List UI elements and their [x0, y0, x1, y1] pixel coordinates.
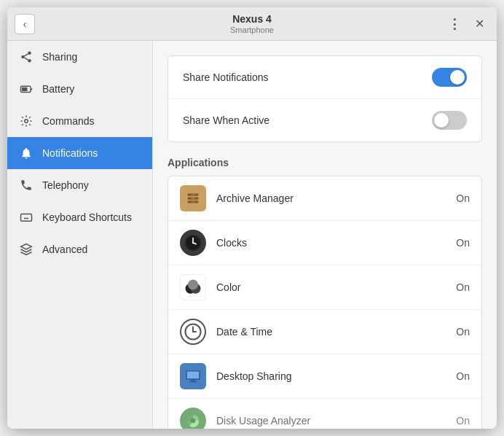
table-row: Clocks On [168, 221, 481, 265]
share-when-active-row: Share When Active [168, 99, 481, 141]
date-time-icon [180, 319, 206, 345]
table-row: Archive Manager On [168, 176, 481, 221]
color-name: Color [216, 281, 446, 293]
desktop-sharing-name: Desktop Sharing [216, 370, 446, 382]
sidebar-label-notifications: Notifications [42, 147, 98, 159]
sidebar-label-keyboard-shortcuts: Keyboard Shortcuts [42, 211, 132, 223]
svg-point-32 [191, 419, 196, 424]
svg-rect-30 [189, 381, 197, 383]
svg-line-3 [24, 58, 28, 60]
color-status: On [456, 281, 470, 293]
sharing-icon [19, 50, 34, 64]
sidebar-label-advanced: Advanced [42, 244, 87, 255]
share-when-active-label: Share When Active [183, 114, 432, 126]
main-content: Sharing Battery Commands [7, 41, 497, 429]
table-row: Date & Time On [168, 310, 481, 354]
share-notifications-toggle[interactable] [432, 68, 467, 87]
titlebar: ‹ Nexus 4 Smartphone ⋮ ✕ [7, 7, 497, 41]
svg-point-7 [25, 120, 28, 123]
share-when-active-toggle[interactable] [432, 111, 467, 130]
table-row: Color On [168, 265, 481, 310]
svg-rect-28 [187, 372, 199, 379]
window-subtitle: Smartphone [230, 26, 274, 34]
back-button[interactable]: ‹ [15, 14, 35, 34]
svg-rect-8 [21, 214, 32, 222]
telephony-icon [19, 178, 34, 192]
main-window: ‹ Nexus 4 Smartphone ⋮ ✕ Shari [7, 7, 497, 429]
commands-icon [19, 114, 34, 128]
share-notifications-row: Share Notifications [168, 56, 481, 99]
archive-manager-icon [180, 185, 206, 211]
svg-rect-14 [192, 198, 195, 199]
color-icon [180, 274, 206, 300]
applications-card: Archive Manager On Clocks [168, 176, 482, 429]
svg-point-23 [188, 280, 198, 290]
svg-rect-29 [191, 380, 196, 381]
sidebar-item-commands[interactable]: Commands [7, 105, 152, 137]
date-time-status: On [456, 326, 470, 338]
titlebar-center: Nexus 4 Smartphone [230, 13, 274, 34]
svg-rect-13 [192, 195, 195, 195]
svg-rect-15 [192, 201, 195, 202]
archive-manager-name: Archive Manager [216, 192, 446, 204]
content-area: Share Notifications Share When Active [153, 41, 497, 429]
toggle-thumb [450, 70, 465, 85]
svg-point-2 [28, 59, 31, 63]
titlebar-actions: ⋮ ✕ [444, 14, 489, 34]
clocks-name: Clocks [216, 237, 446, 249]
svg-line-4 [24, 54, 28, 56]
menu-button[interactable]: ⋮ [444, 14, 465, 34]
battery-icon [19, 82, 34, 96]
disk-usage-name: Disk Usage Analyzer [216, 415, 446, 427]
disk-usage-status: On [456, 415, 470, 427]
svg-point-1 [21, 55, 25, 59]
sidebar-item-sharing[interactable]: Sharing [7, 41, 152, 73]
toggle-track-on [432, 68, 467, 87]
desktop-sharing-status: On [456, 370, 470, 382]
sidebar-item-keyboard-shortcuts[interactable]: Keyboard Shortcuts [7, 201, 152, 233]
archive-manager-status: On [456, 192, 470, 204]
sidebar-item-notifications[interactable]: Notifications [7, 137, 152, 169]
advanced-icon [19, 242, 34, 257]
toggle-thumb-off [434, 113, 449, 128]
notifications-icon [19, 146, 34, 160]
clocks-status: On [456, 237, 470, 249]
window-title: Nexus 4 [230, 13, 274, 26]
sidebar-item-advanced[interactable]: Advanced [7, 233, 152, 265]
sidebar-label-telephony: Telephony [42, 179, 89, 191]
keyboard-icon [19, 210, 34, 225]
sidebar: Sharing Battery Commands [7, 41, 153, 429]
clocks-icon [180, 230, 206, 256]
sidebar-item-battery[interactable]: Battery [7, 73, 152, 105]
sidebar-label-commands: Commands [42, 115, 95, 127]
svg-rect-6 [22, 87, 28, 91]
disk-usage-icon [180, 408, 206, 429]
toggle-track-off [432, 111, 467, 130]
share-notifications-label: Share Notifications [183, 71, 432, 83]
toggles-card: Share Notifications Share When Active [168, 55, 482, 142]
sidebar-item-telephony[interactable]: Telephony [7, 169, 152, 201]
applications-section-title: Applications [168, 157, 482, 168]
table-row: Disk Usage Analyzer On [168, 399, 481, 429]
date-time-name: Date & Time [216, 326, 446, 338]
table-row: Desktop Sharing On [168, 354, 481, 399]
svg-point-0 [28, 52, 31, 55]
close-button[interactable]: ✕ [469, 14, 489, 34]
desktop-sharing-icon [180, 363, 206, 389]
sidebar-label-battery: Battery [42, 83, 74, 95]
svg-point-20 [192, 242, 194, 244]
back-icon: ‹ [23, 18, 27, 30]
sidebar-label-sharing: Sharing [42, 51, 77, 63]
